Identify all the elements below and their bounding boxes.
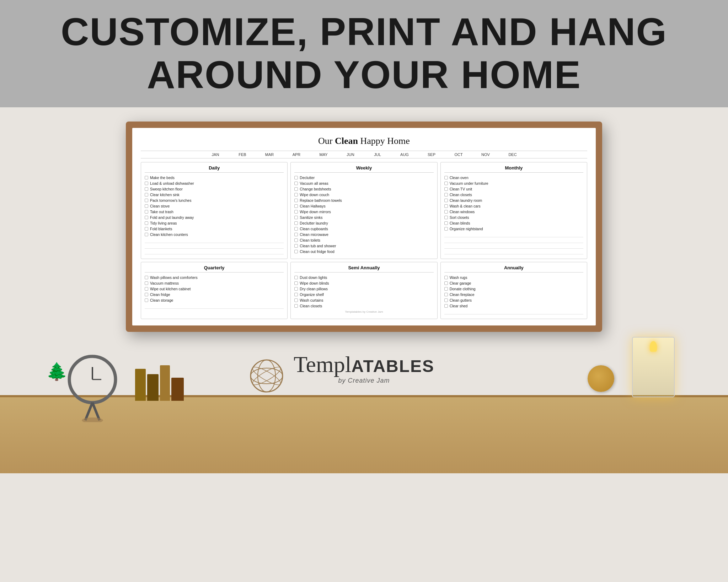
- list-item: Organize nightstand: [444, 226, 583, 232]
- list-item: Wash pillows and comforters: [145, 275, 284, 280]
- checkbox[interactable]: [294, 193, 298, 196]
- checkbox[interactable]: [444, 193, 448, 196]
- list-item: Clean out fridge food: [294, 249, 433, 254]
- list-item: Sort closets: [444, 215, 583, 220]
- checkbox[interactable]: [294, 221, 298, 225]
- monthly-section: Monthly Clean oven Vacuum under furnitur…: [440, 162, 587, 259]
- list-item: Organize shelf: [294, 292, 433, 297]
- checkbox[interactable]: [294, 298, 298, 302]
- checkbox[interactable]: [444, 304, 448, 308]
- checkbox[interactable]: [145, 298, 148, 302]
- checkbox[interactable]: [294, 287, 298, 291]
- checkbox[interactable]: [294, 187, 298, 191]
- annually-title: Annually: [444, 265, 583, 273]
- checkbox[interactable]: [444, 221, 448, 225]
- list-item: Wash rugs: [444, 275, 583, 280]
- checkbox[interactable]: [444, 204, 448, 208]
- checkbox[interactable]: [145, 287, 148, 291]
- empty-row: [444, 232, 583, 237]
- checkbox[interactable]: [145, 210, 148, 214]
- main-grid: Daily Make the beds Load & unload dishwa…: [141, 162, 587, 319]
- checkbox[interactable]: [294, 244, 298, 248]
- checkbox[interactable]: [444, 210, 448, 214]
- checkbox[interactable]: [145, 199, 148, 202]
- month-nov: NOV: [472, 152, 499, 157]
- month-aug: AUG: [391, 152, 418, 157]
- checkbox[interactable]: [444, 182, 448, 185]
- list-item: Wipe down blinds: [294, 280, 433, 286]
- checkbox[interactable]: [145, 216, 148, 219]
- list-item: Clean windows: [444, 209, 583, 215]
- book: [160, 365, 170, 401]
- month-may: MAY: [310, 152, 337, 157]
- checkbox[interactable]: [145, 204, 148, 208]
- checkbox[interactable]: [294, 304, 298, 308]
- checkbox[interactable]: [444, 293, 448, 296]
- frame-inner: Our Clean Happy Home JAN FEB MAR APR MAY…: [132, 128, 596, 325]
- checkbox[interactable]: [145, 233, 148, 236]
- list-item: Clear shed: [444, 303, 583, 309]
- empty-row: [444, 238, 583, 243]
- list-item: Clean tub and shower: [294, 243, 433, 249]
- checkbox[interactable]: [294, 250, 298, 253]
- svg-point-10: [251, 364, 283, 388]
- checkbox[interactable]: [294, 176, 298, 179]
- weekly-title: Weekly: [294, 165, 433, 173]
- checkbox[interactable]: [145, 227, 148, 231]
- checkbox[interactable]: [145, 221, 148, 225]
- empty-row: [145, 244, 284, 249]
- list-item: Clear garage: [444, 280, 583, 286]
- list-item: Clean closets: [444, 192, 583, 198]
- month-sep: SEP: [418, 152, 445, 157]
- checkbox[interactable]: [444, 199, 448, 202]
- checkbox[interactable]: [294, 216, 298, 219]
- list-item: Vacuum mattress: [145, 280, 284, 286]
- checkbox[interactable]: [145, 182, 148, 185]
- checkbox[interactable]: [444, 187, 448, 191]
- checkbox[interactable]: [294, 227, 298, 231]
- checkbox[interactable]: [444, 287, 448, 291]
- svg-point-6: [251, 360, 283, 392]
- book: [135, 369, 146, 401]
- checkbox[interactable]: [294, 238, 298, 242]
- checkbox[interactable]: [145, 281, 148, 285]
- semi-annually-title: Semi Annually: [294, 265, 433, 273]
- list-item: Declutter: [294, 175, 433, 180]
- list-item: Clean laundry room: [444, 198, 583, 203]
- list-item: Make the beds: [145, 175, 284, 180]
- checkbox[interactable]: [294, 204, 298, 208]
- checkbox[interactable]: [444, 276, 448, 279]
- books-decoration: [135, 365, 184, 401]
- checkbox[interactable]: [294, 293, 298, 296]
- list-item: Clear kitchen sink: [145, 192, 284, 198]
- annually-section: Annually Wash rugs Clear garage Donate c…: [440, 262, 587, 319]
- checkbox[interactable]: [145, 187, 148, 191]
- checkbox[interactable]: [444, 227, 448, 231]
- checkbox[interactable]: [294, 210, 298, 214]
- checkbox[interactable]: [294, 281, 298, 285]
- month-mar: MAR: [256, 152, 283, 157]
- checkbox[interactable]: [145, 293, 148, 296]
- checkbox[interactable]: [294, 233, 298, 236]
- checkbox[interactable]: [444, 176, 448, 179]
- frame: Our Clean Happy Home JAN FEB MAR APR MAY…: [126, 122, 602, 332]
- checkbox[interactable]: [145, 176, 148, 179]
- checkbox[interactable]: [444, 216, 448, 219]
- book: [171, 378, 184, 401]
- list-item: Wipe out kitchen cabinet: [145, 286, 284, 292]
- list-item: Pack tomorrow's lunches: [145, 198, 284, 203]
- checkbox[interactable]: [444, 281, 448, 285]
- banner-line2: AROUND YOUR HOME: [7, 53, 721, 96]
- checkbox[interactable]: [145, 193, 148, 196]
- checkbox[interactable]: [294, 276, 298, 279]
- chart-title: Our Clean Happy Home: [141, 136, 587, 146]
- month-jun: JUN: [337, 152, 364, 157]
- checkbox[interactable]: [294, 199, 298, 202]
- checkbox[interactable]: [145, 276, 148, 279]
- daily-title: Daily: [145, 165, 284, 173]
- checkbox[interactable]: [294, 182, 298, 185]
- brand-sub: by Creative Jam: [338, 377, 390, 384]
- checkbox[interactable]: [444, 298, 448, 302]
- list-item: Dry clean pillows: [294, 286, 433, 292]
- list-item: Clean stove: [145, 203, 284, 209]
